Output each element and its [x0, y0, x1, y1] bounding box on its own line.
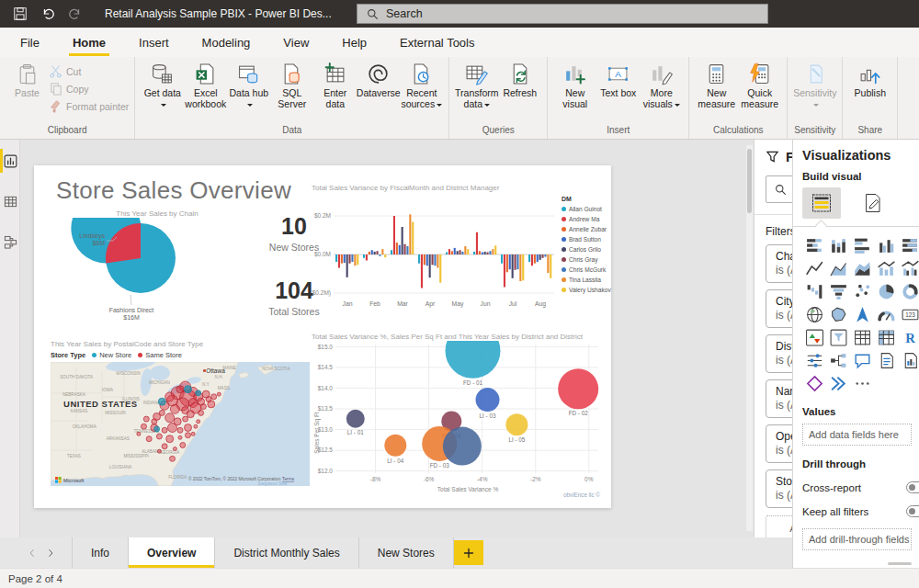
visual-type-line-chart[interactable] — [802, 257, 826, 280]
canvas-scrollbar[interactable] — [746, 145, 753, 531]
legend-item[interactable]: Brad Sutton — [562, 234, 607, 244]
legend-item[interactable]: Chris Gray — [562, 254, 607, 265]
ribbon-button-cut[interactable]: Cut — [49, 64, 129, 78]
visual-type-area-chart[interactable] — [826, 257, 850, 280]
visual-type-r-script[interactable]: R — [898, 326, 919, 349]
visual-type-waterfall-chart[interactable] — [802, 280, 826, 303]
save-icon[interactable] — [13, 6, 28, 21]
values-field-well[interactable]: Add data fields here — [802, 424, 912, 446]
visual-type-matrix[interactable] — [874, 326, 898, 349]
visual-type-kpi[interactable] — [802, 326, 826, 349]
visual-type-slicer[interactable] — [826, 326, 850, 349]
prev-page-arrow-icon[interactable] — [28, 548, 37, 559]
build-visual-tab[interactable] — [802, 187, 841, 219]
ribbon-button-quick-measure[interactable]: Quick measure — [738, 62, 781, 110]
svg-text:Jun: Jun — [481, 300, 491, 307]
new-page-button[interactable] — [454, 540, 483, 565]
scatter-chart-visual[interactable]: Total Sales Variance %, Sales Per Sq Ft … — [312, 333, 607, 505]
visual-type-map[interactable] — [802, 303, 826, 326]
ribbon-button-paste[interactable]: Paste — [6, 62, 49, 98]
page-tab-new-stores[interactable]: New Stores — [359, 537, 454, 568]
legend-item[interactable]: Chris McGurk — [562, 265, 607, 275]
menu-file[interactable]: File — [18, 30, 41, 55]
visual-type-clustered-bar-chart[interactable] — [850, 234, 874, 257]
visual-type-gauge[interactable] — [874, 303, 898, 326]
ribbon-button-data-hub[interactable]: Data hub — [227, 62, 270, 110]
visual-type-table[interactable] — [850, 326, 874, 349]
visual-type-line-stacked-column-chart[interactable] — [874, 257, 898, 280]
page-tabs: InfoOverviewDistrict Monthly SalesNew St… — [72, 537, 454, 568]
page-tab-overview[interactable]: Overview — [129, 537, 215, 568]
ribbon-button-recent-sources[interactable]: Recent sources — [400, 62, 443, 110]
cross-report-toggle[interactable] — [906, 481, 919, 493]
menu-modeling[interactable]: Modeling — [200, 30, 253, 55]
menu-home[interactable]: Home — [71, 30, 108, 55]
redo-icon[interactable] — [68, 6, 83, 21]
ribbon-button-enter-data[interactable]: Enter data — [313, 62, 357, 110]
nav-model-view[interactable] — [0, 228, 20, 255]
ribbon-button-excel-workbook[interactable]: Excel workbook — [184, 62, 227, 110]
menu-help[interactable]: Help — [340, 30, 369, 55]
visual-type-scatter-chart[interactable] — [850, 280, 874, 303]
bar-chart-legend: DMAllan GuinotAndrew MaAnnelie ZubarBrad… — [562, 196, 607, 295]
visual-type-100-stacked-bar-chart[interactable] — [898, 234, 919, 257]
ribbon-button-new-measure[interactable]: New measure — [695, 62, 738, 110]
format-visual-tab[interactable] — [854, 187, 892, 219]
legend-item[interactable]: Same Store — [138, 351, 182, 359]
visual-type-pie-chart[interactable] — [874, 280, 898, 303]
visual-type-clustered-column-chart[interactable] — [874, 234, 898, 257]
visual-type-card[interactable]: 123 — [898, 303, 919, 326]
bar-chart-visual[interactable]: Total Sales Variance by FiscalMonth and … — [312, 184, 607, 329]
visual-type-paginated-report[interactable] — [898, 349, 919, 372]
ribbon-button-dataverse[interactable]: Dataverse — [357, 62, 400, 98]
next-page-arrow-icon[interactable] — [46, 548, 55, 559]
visual-type-filled-map[interactable] — [826, 303, 850, 326]
drill-through-field-well[interactable]: Add drill-through fields here — [802, 528, 912, 550]
map-visual[interactable]: This Year Sales by PostalCode and Store … — [51, 340, 312, 496]
page-tab-district-monthly-sales[interactable]: District Monthly Sales — [215, 537, 358, 568]
visual-type-stacked-bar-chart[interactable] — [802, 234, 826, 257]
ribbon-button-new-visual[interactable]: New visual — [553, 62, 596, 110]
undo-icon[interactable] — [40, 6, 55, 21]
legend-item[interactable]: Valery Ushakov — [562, 285, 607, 295]
divider — [793, 226, 919, 227]
visual-type-power-automate[interactable] — [826, 372, 850, 395]
visual-type-line-clustered-column-chart[interactable] — [898, 257, 919, 280]
nav-data-view[interactable] — [0, 187, 20, 215]
legend-item[interactable]: New Store — [92, 351, 131, 359]
legend-item[interactable]: Carlos Grilo — [562, 244, 607, 254]
ribbon-button-get-data[interactable]: Get data — [141, 62, 184, 110]
ribbon-button-more-visuals[interactable]: More visuals — [640, 62, 683, 110]
ribbon-button-publish[interactable]: Publish — [848, 62, 891, 98]
legend-item[interactable]: Andrew Ma — [562, 214, 607, 224]
ribbon-button-copy[interactable]: Copy — [49, 82, 129, 96]
visual-type-stacked-column-chart[interactable] — [826, 234, 850, 257]
visual-type-more-visuals-dots[interactable] — [850, 372, 874, 395]
keep-all-filters-toggle[interactable] — [906, 505, 919, 517]
ribbon-button-format-painter[interactable]: Format painter — [49, 99, 129, 113]
visual-type-smart-narrative[interactable] — [874, 349, 898, 372]
legend-item[interactable]: Tina Lassila — [562, 275, 607, 285]
pane-scrollbar[interactable] — [888, 562, 912, 565]
visual-type-donut-chart[interactable] — [898, 280, 919, 303]
menu-insert[interactable]: Insert — [137, 30, 171, 55]
ribbon-button-sensitivity[interactable]: Sensitivity — [793, 62, 836, 110]
legend-item[interactable]: Allan Guinot — [562, 204, 607, 214]
visual-type-azure-map[interactable] — [850, 303, 874, 326]
visual-type-decomposition-tree[interactable] — [826, 349, 850, 372]
visual-type-funnel-chart[interactable] — [826, 280, 850, 303]
visual-type-power-apps[interactable] — [802, 372, 826, 395]
visual-type-stacked-area-chart[interactable] — [850, 257, 874, 280]
ribbon-button-text-box[interactable]: AText box — [596, 62, 640, 98]
nav-report-view[interactable] — [0, 147, 20, 175]
visual-type-qa[interactable] — [850, 349, 874, 372]
page-tab-info[interactable]: Info — [72, 537, 129, 568]
visual-type-key-influencers[interactable] — [802, 349, 826, 372]
ribbon-button-sql-server[interactable]: SQL Server — [270, 62, 313, 110]
ribbon-button-transform-data[interactable]: Transform data — [455, 62, 498, 110]
legend-item[interactable]: Annelie Zubar — [562, 224, 607, 234]
titlebar-search-input[interactable]: Search — [357, 4, 768, 24]
ribbon-button-refresh[interactable]: Refresh — [498, 62, 541, 98]
menu-external-tools[interactable]: External Tools — [398, 30, 476, 55]
menu-view[interactable]: View — [281, 30, 311, 55]
